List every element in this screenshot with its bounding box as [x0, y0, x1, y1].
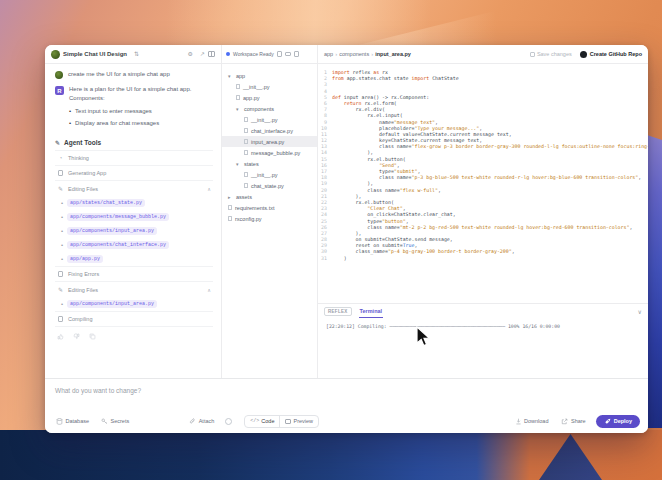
secrets-label: Secrets — [111, 418, 130, 424]
file-tree-item--init-py[interactable]: __init__.py — [222, 81, 317, 92]
toggle-sidebar-icon[interactable] — [208, 51, 215, 57]
edited-file-row: •app/components/chat_interface.py — [55, 238, 213, 252]
share-button[interactable]: Share — [558, 416, 588, 427]
edited-file-chip[interactable]: app/components/chat_interface.py — [67, 241, 169, 249]
file-name: __init__.py — [251, 117, 278, 123]
file-tree-item-message-bubble-py[interactable]: message_bubble.py — [222, 147, 317, 158]
thumbs-up-icon[interactable] — [57, 333, 64, 340]
agent-steps-list: ◔ThinkingGenerating App✎Editing Files∧•a… — [55, 150, 213, 326]
deploy-button[interactable]: Deploy — [596, 415, 640, 428]
preview-label: Preview — [293, 418, 313, 424]
agent-step[interactable]: ✎Editing Files∧ — [55, 281, 213, 297]
keyword-token: True — [403, 242, 415, 248]
new-file-icon[interactable] — [277, 51, 282, 57]
workspace-status-label: Workspace Ready — [233, 51, 274, 57]
file-tree-item-app-py[interactable]: app.py — [222, 92, 317, 103]
assistant-message-text: Here is a plan for the UI for a simple c… — [69, 85, 191, 102]
settings-gear-icon[interactable]: ⚙ — [188, 51, 193, 57]
secrets-button[interactable]: Secrets — [98, 416, 132, 427]
file-name: message_bubble.py — [251, 150, 300, 156]
chip-bullet: • — [61, 242, 63, 248]
line-number: 31 — [318, 255, 332, 261]
new-folder-icon[interactable] — [285, 52, 291, 57]
project-title: Simple Chat UI Design — [63, 51, 127, 57]
file-tree-item-input-area-py[interactable]: input_area.py — [222, 136, 317, 147]
edited-file-row: •app/components/input_area.py — [55, 297, 213, 311]
file-tree-item-assets[interactable]: ▸assets — [222, 191, 317, 202]
header-actions: Save changes Create GitHub Repo — [530, 51, 642, 58]
chevron-up-icon[interactable]: ∧ — [207, 287, 211, 293]
open-external-icon[interactable]: ↗ — [200, 51, 205, 57]
editing-files-icon: ✎ — [57, 286, 64, 293]
agent-step[interactable]: ◔Thinking — [55, 150, 213, 165]
breadcrumb-separator: › — [335, 51, 337, 57]
file-tree-item-components[interactable]: ▾components — [222, 103, 317, 114]
project-selector-icon[interactable]: ⇅ — [134, 51, 139, 57]
breadcrumb-components[interactable]: components — [339, 51, 369, 57]
view-mode-segmented-control: </> Code Preview — [244, 415, 319, 428]
code-text: class_name="p-4 bg-gray-100 border-t bor… — [332, 248, 515, 254]
file-icon — [244, 117, 248, 122]
thumbs-down-icon[interactable] — [73, 333, 80, 340]
edited-file-chip[interactable]: app/components/input_area.py — [67, 300, 157, 308]
database-button[interactable]: Database — [53, 416, 92, 427]
edited-file-chip[interactable]: app/components/input_area.py — [67, 227, 157, 235]
attach-options-icon[interactable] — [225, 418, 232, 425]
file-name: requirements.txt — [235, 205, 274, 211]
file-tree-item--init-py[interactable]: __init__.py — [222, 169, 317, 180]
chevron-up-icon[interactable]: ∧ — [207, 186, 211, 192]
attach-button[interactable]: Attach — [186, 416, 217, 427]
keyword-token: return — [344, 100, 362, 106]
file-tree-item-states[interactable]: ▾states — [222, 158, 317, 169]
agent-step[interactable]: Generating App — [55, 165, 213, 180]
agent-step[interactable]: Compiling — [55, 311, 213, 326]
keyword-token: from — [332, 75, 344, 81]
edited-file-row: •app/components/message_bubble.py — [55, 210, 213, 224]
create-github-repo-button[interactable]: Create GitHub Repo — [580, 51, 642, 58]
app-window: Simple Chat UI Design ⇅ ⚙ ↗ Workspace Re… — [45, 45, 648, 433]
agent-step[interactable]: Fixing Errors — [55, 266, 213, 281]
tab-preview[interactable]: Preview — [280, 416, 318, 427]
chip-bullet: • — [61, 256, 63, 262]
compiling-icon — [58, 316, 63, 322]
string-token: "button" — [382, 218, 406, 224]
code-line: 26 class_name="mt-2 p-2 bg-red-500 text-… — [318, 224, 648, 230]
breadcrumb-current-file[interactable]: input_area.py — [375, 51, 411, 57]
download-button[interactable]: Download — [512, 416, 552, 427]
code-editor[interactable]: 1import reflex as rx2from app.states.cha… — [318, 64, 648, 296]
file-tree-item-requirements-txt[interactable]: requirements.txt — [222, 202, 317, 213]
tab-terminal[interactable]: Terminal — [359, 305, 384, 318]
tab-code[interactable]: </> Code — [245, 416, 279, 427]
file-tree-item-app[interactable]: ▾app — [222, 70, 317, 81]
agent-step-label: Thinking — [68, 155, 89, 161]
edited-file-chip[interactable]: app/states/chat_state.py — [67, 199, 145, 207]
download-label: Download — [524, 418, 548, 424]
file-icon — [228, 216, 232, 221]
file-tree-item--init-py[interactable]: __init__.py — [222, 114, 317, 125]
edited-file-chip[interactable]: app/app.py — [67, 255, 103, 263]
file-name: input_area.py — [251, 139, 284, 145]
code-label: Code — [261, 418, 274, 424]
agent-step[interactable]: ✎Editing Files∧ — [55, 180, 213, 196]
toolbar-right-group: Download Share Deploy — [512, 415, 641, 428]
breadcrumb-app[interactable]: app — [324, 51, 333, 57]
terminal-collapse-icon[interactable]: ∨ — [638, 308, 642, 315]
chat-panel: create me the UI for a simple chat app R… — [45, 64, 222, 378]
bullet-text: Text input to enter messages — [75, 106, 152, 117]
create-github-repo-label: Create GitHub Repo — [590, 51, 642, 57]
copy-icon[interactable] — [89, 333, 96, 340]
plan-bullets: •Text input to enter messages •Display a… — [45, 102, 221, 129]
trash-icon[interactable] — [294, 51, 299, 57]
thinking-icon: ◔ — [57, 155, 64, 161]
file-tree-item-chat-state-py[interactable]: chat_state.py — [222, 180, 317, 191]
file-tree-item-chat-interface-py[interactable]: chat_interface.py — [222, 125, 317, 136]
edited-file-chip[interactable]: app/components/message_bubble.py — [67, 213, 169, 221]
file-name: __init__.py — [243, 84, 270, 90]
file-tree-item-rxconfig-py[interactable]: rxconfig.py — [222, 213, 317, 224]
github-icon — [580, 51, 587, 58]
chat-prompt-input[interactable]: What do you want to change? — [45, 379, 648, 402]
agent-step-label: Compiling — [68, 316, 92, 322]
save-changes-button[interactable]: Save changes — [530, 51, 572, 57]
string-token: "flex w-full" — [400, 187, 438, 193]
project-header: Simple Chat UI Design ⇅ ⚙ ↗ — [45, 45, 222, 63]
